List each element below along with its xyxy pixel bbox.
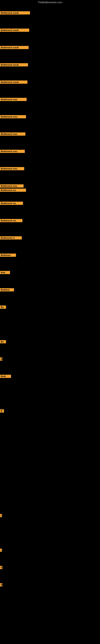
bottleneck-result-badge: B — [0, 409, 4, 412]
bottleneck-result-badge: Bottleneck result — [0, 80, 27, 84]
bottleneck-result-badge: Bottlenec — [0, 254, 16, 257]
bottleneck-result-badge: Bottleneck resu — [0, 150, 25, 153]
bottleneck-result-badge: Bottleneck result — [0, 46, 29, 49]
bottleneck-result-badge: | — [0, 514, 2, 517]
bottleneck-result-badge: Bottleneck result — [0, 11, 30, 14]
bottleneck-result-badge: Bottlene — [0, 288, 14, 292]
bottleneck-result-badge: Bo — [0, 340, 6, 343]
bottleneck-result-badge: Bottleneck resu — [0, 184, 24, 188]
bottleneck-result-badge: Bottleneck resu — [0, 167, 24, 170]
bottleneck-result-badge: Bottleneck resu — [0, 98, 27, 101]
bottleneck-result-badge: Bottleneck res — [0, 188, 26, 192]
bottleneck-result-badge: Bottleneck res — [0, 219, 22, 222]
bottleneck-result-badge: Bottleneck re — [0, 236, 22, 240]
bottleneck-result-badge: Bott — [0, 271, 10, 274]
bottleneck-result-badge: B — [0, 358, 2, 361]
bottleneck-result-badge: E — [0, 566, 2, 569]
bottleneck-result-badge: Bottleneck res — [0, 202, 23, 205]
bottleneck-result-badge: B — [0, 583, 2, 586]
bottleneck-result-badge: Bottleneck resu — [0, 132, 25, 136]
bottleneck-result-badge: Bottleneck result — [0, 28, 29, 32]
bottleneck-result-badge: | — [0, 548, 2, 552]
bottleneck-result-badge: Bo — [0, 306, 6, 309]
bottleneck-result-badge: Bottl — [0, 375, 11, 378]
bottleneck-result-badge: Bottleneck result — [0, 63, 28, 66]
bottleneck-result-badge: Bottleneck resu — [0, 115, 26, 118]
